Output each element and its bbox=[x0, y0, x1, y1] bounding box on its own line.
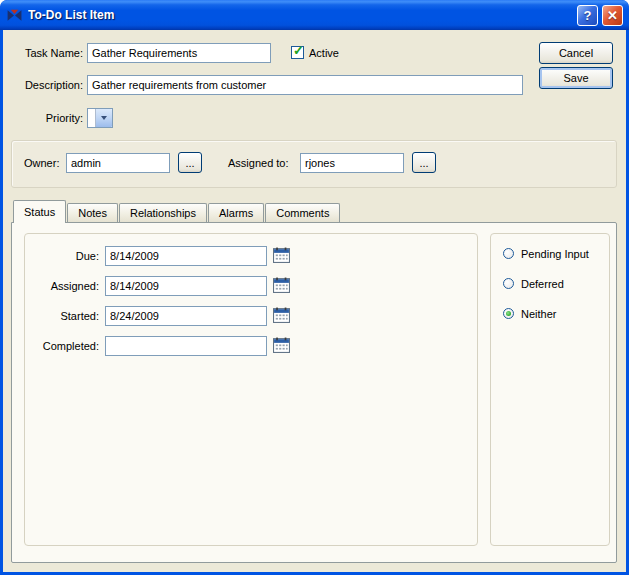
chevron-down-icon bbox=[95, 109, 112, 127]
tab-status[interactable]: Status bbox=[13, 200, 66, 223]
due-input[interactable] bbox=[105, 246, 267, 266]
tab-relationships[interactable]: Relationships bbox=[119, 203, 207, 222]
cancel-button[interactable]: Cancel bbox=[539, 42, 613, 64]
owner-browse-button[interactable]: ... bbox=[178, 152, 202, 173]
started-input[interactable] bbox=[105, 306, 267, 326]
assigned-to-input[interactable] bbox=[300, 153, 404, 173]
check-icon: ✓ bbox=[293, 43, 304, 58]
deferred-radio[interactable] bbox=[503, 278, 514, 289]
tab-strip: Status Notes Relationships Alarms Commen… bbox=[13, 200, 341, 222]
owner-input[interactable] bbox=[66, 153, 170, 173]
description-input[interactable] bbox=[87, 75, 523, 95]
neither-radio-label: Neither bbox=[521, 308, 556, 320]
completed-input[interactable] bbox=[105, 336, 267, 356]
help-icon[interactable]: ? bbox=[577, 5, 598, 26]
task-name-input[interactable] bbox=[87, 43, 271, 63]
assigned-date-input[interactable] bbox=[105, 276, 267, 296]
dialog-content: Task Name: ✓ Active Cancel Save Descript… bbox=[3, 30, 626, 572]
tab-alarms[interactable]: Alarms bbox=[208, 203, 264, 222]
completed-calendar-icon[interactable] bbox=[273, 337, 291, 354]
status-options-group: Pending Input Deferred Neither bbox=[490, 233, 610, 546]
window-title: To-Do List Item bbox=[28, 8, 573, 22]
started-label: Started: bbox=[25, 310, 99, 322]
description-label: Description: bbox=[13, 79, 83, 91]
titlebar[interactable]: To-Do List Item ? ✕ bbox=[0, 0, 629, 30]
deferred-radio-label: Deferred bbox=[521, 278, 564, 290]
tab-notes[interactable]: Notes bbox=[67, 203, 118, 222]
dates-group: Due: Assigned: bbox=[24, 233, 478, 546]
todo-list-item-window: To-Do List Item ? ✕ Task Name: ✓ Active … bbox=[0, 0, 629, 575]
owner-panel: Owner: ... Assigned to: ... bbox=[11, 140, 617, 188]
priority-label: Priority: bbox=[13, 112, 83, 124]
active-checkbox[interactable]: ✓ bbox=[291, 46, 304, 59]
completed-label: Completed: bbox=[25, 340, 99, 352]
pending-input-radio-label: Pending Input bbox=[521, 248, 589, 260]
tab-comments[interactable]: Comments bbox=[265, 203, 340, 222]
assigned-calendar-icon[interactable] bbox=[273, 277, 291, 294]
priority-dropdown[interactable] bbox=[87, 108, 113, 128]
assigned-to-label: Assigned to: bbox=[228, 157, 289, 169]
assigned-date-label: Assigned: bbox=[25, 280, 99, 292]
pending-input-radio[interactable] bbox=[503, 248, 514, 259]
neither-radio[interactable] bbox=[503, 308, 514, 319]
due-calendar-icon[interactable] bbox=[273, 247, 291, 264]
owner-label: Owner: bbox=[24, 157, 59, 169]
close-icon[interactable]: ✕ bbox=[602, 5, 623, 26]
assigned-to-browse-button[interactable]: ... bbox=[412, 152, 436, 173]
task-name-label: Task Name: bbox=[13, 47, 83, 59]
started-calendar-icon[interactable] bbox=[273, 307, 291, 324]
save-button[interactable]: Save bbox=[539, 67, 613, 89]
app-icon bbox=[6, 7, 23, 24]
tab-content-panel: Due: Assigned: bbox=[11, 222, 617, 563]
due-label: Due: bbox=[25, 250, 99, 262]
active-checkbox-label: Active bbox=[309, 47, 339, 59]
